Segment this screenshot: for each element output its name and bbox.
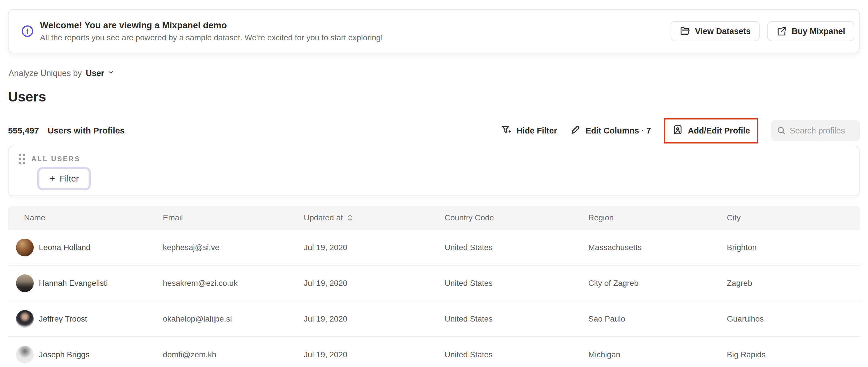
buy-mixpanel-label: Buy Mixpanel bbox=[792, 27, 845, 36]
table-header-row: Name Email Updated at Country Code Regio… bbox=[8, 206, 860, 230]
edit-columns-label: Edit Columns · 7 bbox=[586, 126, 651, 135]
filter-button-focus-ring: + Filter bbox=[37, 167, 91, 190]
banner-title: Welcome! You are viewing a Mixpanel demo bbox=[40, 20, 671, 31]
user-region: City of Zagreb bbox=[588, 279, 727, 288]
search-profiles-box bbox=[771, 120, 860, 141]
table-row[interactable]: Leona Holland kephesaj@si.ve Jul 19, 202… bbox=[8, 230, 860, 266]
user-email: kephesaj@si.ve bbox=[163, 243, 304, 252]
add-edit-profile-label: Add/Edit Profile bbox=[688, 126, 750, 135]
add-edit-profile-highlight: Add/Edit Profile bbox=[664, 118, 758, 144]
sort-icon[interactable] bbox=[347, 214, 352, 221]
table-toolbar: Hide Filter Edit Columns · 7 Add/Edit bbox=[501, 118, 860, 144]
user-city: Big Rapids bbox=[727, 350, 860, 359]
analyze-uniques-row: Analyze Uniques by User bbox=[8, 69, 868, 78]
chevron-down-icon[interactable] bbox=[104, 69, 115, 78]
banner-text: Welcome! You are viewing a Mixpanel demo… bbox=[40, 20, 671, 42]
avatar bbox=[16, 346, 34, 364]
user-country: United States bbox=[444, 350, 588, 359]
user-country: United States bbox=[444, 243, 588, 252]
add-filter-button[interactable]: + Filter bbox=[39, 169, 89, 189]
user-country: United States bbox=[444, 314, 588, 324]
group-label: ALL USERS bbox=[31, 155, 81, 163]
column-header-email[interactable]: Email bbox=[163, 213, 304, 222]
user-name: Leona Holland bbox=[39, 243, 91, 252]
profiles-table: Name Email Updated at Country Code Regio… bbox=[8, 206, 860, 367]
banner-subtitle: All the reports you see are powered by a… bbox=[40, 33, 671, 42]
user-name: Hannah Evangelisti bbox=[39, 279, 108, 288]
user-updated-at: Jul 19, 2020 bbox=[304, 243, 444, 252]
user-email: domfi@zem.kh bbox=[163, 350, 304, 359]
table-row[interactable]: Hannah Evangelisti hesakrem@ezi.co.uk Ju… bbox=[8, 266, 860, 301]
demo-banner: i Welcome! You are viewing a Mixpanel de… bbox=[8, 9, 860, 53]
user-region: Sao Paulo bbox=[588, 314, 727, 324]
info-icon: i bbox=[22, 25, 33, 37]
folder-icon bbox=[680, 26, 690, 37]
banner-actions: View Datasets Buy Mixpanel bbox=[671, 21, 854, 41]
profile-count-label: Users with Profiles bbox=[48, 126, 125, 135]
user-country: United States bbox=[444, 279, 588, 288]
drag-handle-icon[interactable] bbox=[19, 154, 25, 164]
page-title: Users bbox=[8, 89, 868, 104]
user-name: Jeffrey Troost bbox=[39, 314, 87, 324]
avatar bbox=[16, 310, 34, 328]
hide-filter-label: Hide Filter bbox=[517, 126, 557, 135]
profile-count-summary: 555,497 Users with Profiles bbox=[8, 126, 125, 135]
filter-panel: ALL USERS + Filter bbox=[8, 146, 860, 196]
filter-funnel-icon bbox=[501, 124, 512, 137]
add-edit-profile-button[interactable]: Add/Edit Profile bbox=[672, 124, 750, 137]
user-updated-at: Jul 19, 2020 bbox=[304, 279, 444, 288]
add-filter-label: Filter bbox=[60, 174, 79, 183]
user-region: Michigan bbox=[588, 350, 727, 359]
plus-icon: + bbox=[49, 174, 55, 183]
buy-mixpanel-button[interactable]: Buy Mixpanel bbox=[767, 21, 854, 41]
user-email: hesakrem@ezi.co.uk bbox=[163, 279, 304, 288]
user-city: Brighton bbox=[727, 243, 860, 252]
external-link-icon bbox=[776, 26, 787, 37]
user-city: Zagreb bbox=[727, 279, 860, 288]
column-header-country-code[interactable]: Country Code bbox=[444, 213, 588, 222]
edit-columns-button[interactable]: Edit Columns · 7 bbox=[570, 124, 651, 137]
table-row[interactable]: Jeffrey Troost okahelop@lalijpe.sl Jul 1… bbox=[8, 301, 860, 337]
user-email: okahelop@lalijpe.sl bbox=[163, 314, 304, 324]
avatar bbox=[16, 274, 34, 292]
user-updated-at: Jul 19, 2020 bbox=[304, 314, 444, 324]
column-header-updated-at[interactable]: Updated at bbox=[304, 213, 444, 222]
user-region: Massachusetts bbox=[588, 243, 727, 252]
filter-panel-header: ALL USERS bbox=[19, 154, 860, 164]
user-name: Joseph Briggs bbox=[39, 350, 89, 359]
avatar bbox=[16, 239, 34, 256]
column-header-name[interactable]: Name bbox=[8, 213, 163, 222]
column-header-city[interactable]: City bbox=[727, 213, 860, 222]
table-row[interactable]: Joseph Briggs domfi@zem.kh Jul 19, 2020 … bbox=[8, 337, 860, 367]
hide-filter-button[interactable]: Hide Filter bbox=[501, 124, 557, 137]
view-datasets-label: View Datasets bbox=[695, 27, 751, 36]
pencil-icon bbox=[570, 124, 581, 137]
analyze-uniques-label: Analyze Uniques by bbox=[8, 69, 82, 78]
view-datasets-button[interactable]: View Datasets bbox=[671, 21, 760, 41]
user-city: Guarulhos bbox=[727, 314, 860, 324]
column-header-region[interactable]: Region bbox=[588, 213, 727, 222]
analyze-uniques-selector[interactable]: User bbox=[86, 69, 104, 78]
profile-count: 555,497 bbox=[8, 126, 39, 135]
profile-card-icon bbox=[672, 124, 683, 137]
stats-toolbar: 555,497 Users with Profiles Hide Filter … bbox=[8, 118, 860, 144]
user-updated-at: Jul 19, 2020 bbox=[304, 350, 444, 359]
